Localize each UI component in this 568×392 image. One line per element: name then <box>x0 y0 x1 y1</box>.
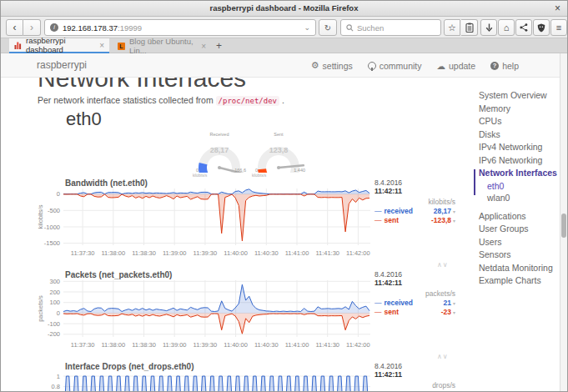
share-icon <box>520 23 528 32</box>
menu-button[interactable]: ≡ <box>550 19 567 36</box>
url-port: :19999 <box>118 23 142 33</box>
tab-title: raspberrypi dashboard <box>26 36 93 54</box>
tab-raspberrypi-dashboard[interactable]: raspberrypi dashboard × <box>9 38 109 53</box>
svg-text:0: 0 <box>57 309 60 317</box>
download-icon <box>485 23 493 33</box>
sidebar-item-user-groups[interactable]: User Groups <box>479 224 555 237</box>
packets-chart[interactable]: 3002001000-100-20011:37:3011:38:0011:38:… <box>34 278 370 351</box>
chevron-down-icon: ∨ <box>443 261 449 269</box>
legend-row-received[interactable]: — received 28,17 ▾ <box>374 207 455 215</box>
series-dash-icon: — <box>374 216 382 224</box>
gauge-sent[interactable]: Sent 123,8 0 1.440 kilobits/s <box>251 132 306 180</box>
sidebar-item-system-overview[interactable]: System Overview <box>479 90 555 103</box>
sidebar-item-network-interfaces[interactable]: Network Interfaces <box>479 168 555 181</box>
svg-text:11:40:00: 11:40:00 <box>224 341 248 349</box>
back-button[interactable]: ‹ <box>6 19 23 36</box>
bandwidth-chart[interactable]: 0-500-1000-150011:37:3011:38:0011:38:301… <box>34 186 370 259</box>
svg-text:packets/s: packets/s <box>37 295 44 322</box>
sidebar-item-applications[interactable]: Applications <box>479 211 555 224</box>
value-arrow-icon: ▾ <box>453 300 455 306</box>
legend-time: 11:42:11 <box>374 279 455 287</box>
series-dash-icon: — <box>374 308 382 316</box>
cloud-icon: ☁ <box>437 61 446 71</box>
download-button[interactable] <box>480 19 497 36</box>
svg-text:-200: -200 <box>48 330 60 338</box>
legend-row-sent[interactable]: — sent -123,8 ▾ <box>374 216 455 224</box>
blog-favicon: L <box>118 43 125 50</box>
tab-bar: raspberrypi dashboard × L Blog über Ubun… <box>1 38 567 53</box>
bookmark-star-button[interactable]: ☆ <box>444 19 460 36</box>
sidebar-item-ipv6-networking[interactable]: IPv6 Networking <box>479 155 555 168</box>
help-icon: ? <box>490 62 499 70</box>
chart-legend: 8.4.2016 11:42:11 packets/s — received 2… <box>374 270 455 316</box>
sidebar-item-users[interactable]: Users <box>479 237 555 250</box>
tab-blog-ubuntu[interactable]: L Blog über Ubuntu, Lin... × <box>113 38 211 53</box>
svg-text:11:42:00: 11:42:00 <box>346 249 370 257</box>
page-description: Per network interface statistics collect… <box>38 95 284 105</box>
nav-help[interactable]: ?help <box>490 60 519 71</box>
window-close-button[interactable]: × <box>555 3 560 14</box>
shield-icon <box>537 23 545 33</box>
url-dropdown-icon[interactable]: ⌄ <box>299 23 315 32</box>
new-tab-button[interactable]: + <box>216 40 222 52</box>
svg-text:11:40:00: 11:40:00 <box>224 249 248 257</box>
sidebar-item-cpus[interactable]: CPUs <box>479 116 555 129</box>
tab-close-icon[interactable]: × <box>99 41 104 50</box>
sidebar-item-sensors[interactable]: Sensors <box>479 249 555 263</box>
site-info-icon[interactable]: i <box>50 23 58 32</box>
svg-text:11:37:30: 11:37:30 <box>71 341 95 349</box>
sidebar-item-wlan0[interactable]: wlan0 <box>479 193 555 205</box>
sidebar-item-eth0[interactable]: eth0 <box>479 181 555 193</box>
bookmarks-clipboard-button[interactable] <box>461 19 478 36</box>
chart-resize-control[interactable]: ∧∨ <box>437 353 449 360</box>
chart-legend: 8.4.2016 11:42:11 kilobits/s — received … <box>374 178 455 224</box>
svg-text:11:41:30: 11:41:30 <box>315 249 339 257</box>
sidebar-item-netdata-monitoring[interactable]: Netdata Monitoring <box>479 263 555 276</box>
chart-resize-control[interactable]: ∧∨ <box>437 261 449 269</box>
reload-button[interactable]: ↻ <box>319 19 337 36</box>
url-bar[interactable]: i 192.168.178.37:19999 ⌄ <box>44 19 316 36</box>
bandwidth-chart-section: Bandwidth (net.eth0) 0-500-1000-150011:3… <box>34 178 501 270</box>
share-button[interactable] <box>515 19 532 36</box>
github-icon <box>368 62 376 70</box>
netdata-logo-icon <box>14 42 22 49</box>
page-scrollbar[interactable] <box>560 53 567 392</box>
hostname[interactable]: raspberrypi <box>37 59 87 71</box>
home-button[interactable]: ⌂ <box>498 19 515 36</box>
window-title: raspberrypi dashboard - Mozilla Firefox <box>1 3 567 13</box>
forward-button[interactable]: › <box>23 19 41 36</box>
svg-text:11:38:30: 11:38:30 <box>132 341 156 349</box>
gauge-received[interactable]: Received 28,17 0 166,6 kilobits/s <box>192 132 247 180</box>
nav-update[interactable]: ☁update <box>437 60 476 71</box>
svg-text:11:38:00: 11:38:00 <box>101 341 125 349</box>
proc-path-code: /proc/net/dev <box>216 96 279 106</box>
svg-text:-1500: -1500 <box>44 239 60 247</box>
sidebar-item-memory[interactable]: Memory <box>479 103 555 117</box>
sidebar-item-disks[interactable]: Disks <box>479 129 555 143</box>
svg-text:11:41:00: 11:41:00 <box>285 341 309 349</box>
svg-text:11:39:00: 11:39:00 <box>163 249 187 257</box>
drops-chart[interactable]: 10.80.60.40.2 <box>34 369 370 392</box>
gear-icon: ⚙ <box>311 60 319 71</box>
svg-text:300: 300 <box>49 278 60 285</box>
legend-time: 11:42:11 <box>374 187 455 195</box>
clipboard-icon <box>465 23 474 33</box>
search-input[interactable]: Suchen <box>340 19 441 36</box>
series-dash-icon: — <box>374 207 382 215</box>
netdata-navbar: raspberrypi ⚙settings community ☁update … <box>1 53 567 78</box>
page-content: raspberrypi ⚙settings community ☁update … <box>1 53 567 392</box>
chart-legend: 8.4.2016 11:42:11 drops/s — inbound 0 ▾ <box>374 362 455 392</box>
svg-text:100: 100 <box>49 299 60 306</box>
nav-community[interactable]: community <box>368 60 422 71</box>
tab-title: Blog über Ubuntu, Lin... <box>129 37 195 55</box>
sidebar-item-example-charts[interactable]: Example Charts <box>479 275 555 289</box>
section-heading-eth0: eth0 <box>66 108 102 130</box>
tab-close-icon[interactable]: × <box>201 42 206 51</box>
nav-settings[interactable]: ⚙settings <box>311 60 353 71</box>
shield-button[interactable] <box>533 19 550 36</box>
scrollbar-thumb[interactable] <box>561 214 566 238</box>
svg-text:200: 200 <box>49 289 60 296</box>
sidebar-item-ipv4-networking[interactable]: IPv4 Networking <box>479 142 555 155</box>
legend-row-sent[interactable]: — sent -23 ▾ <box>374 308 455 316</box>
legend-row-received[interactable]: — received 21 ▾ <box>374 299 455 307</box>
